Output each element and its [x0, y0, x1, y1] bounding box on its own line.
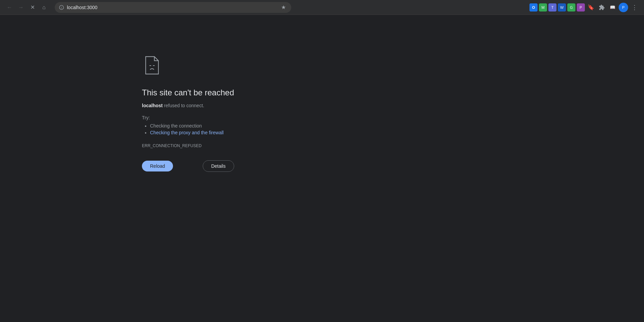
extension-outlook-icon[interactable]: O	[529, 3, 538, 12]
extension-purple-icon[interactable]: P	[577, 3, 585, 12]
action-buttons: Reload Details	[142, 160, 234, 172]
security-icon: i	[59, 5, 64, 10]
error-subtitle-rest: refused to connect.	[163, 103, 204, 108]
url-text: localhost:3000	[67, 5, 277, 10]
back-icon: ←	[7, 4, 12, 10]
home-icon: ⌂	[42, 4, 46, 10]
bookmarks-icon[interactable]: 🔖	[586, 3, 596, 12]
address-bar[interactable]: i localhost:3000 ★	[55, 2, 291, 13]
forward-icon: →	[18, 4, 24, 10]
extension-mail-icon[interactable]: M	[539, 3, 547, 12]
profile-icon[interactable]: P	[619, 3, 628, 12]
browser-toolbar: ← → ✕ ⌂ i localhost:3000 ★ O M T W G P 🔖	[0, 0, 644, 15]
list-item: Checking the proxy and the firewall	[150, 130, 234, 135]
list-item: Checking the connection	[150, 123, 234, 129]
back-button[interactable]: ←	[4, 2, 15, 13]
extension-word-icon[interactable]: W	[558, 3, 566, 12]
error-content: This site can't be reached localhost ref…	[142, 55, 234, 172]
error-page: This site can't be reached localhost ref…	[0, 15, 644, 322]
error-code: ERR_CONNECTION_REFUSED	[142, 143, 234, 148]
extensions-icon[interactable]	[597, 3, 606, 12]
reload-button[interactable]: Reload	[142, 161, 173, 171]
extension-teams-icon[interactable]: T	[548, 3, 556, 12]
suggestion-text-1: Checking the connection	[150, 123, 202, 129]
try-label: Try:	[142, 115, 234, 120]
stop-icon: ✕	[30, 4, 35, 10]
reload-stop-button[interactable]: ✕	[27, 2, 38, 13]
forward-button[interactable]: →	[16, 2, 26, 13]
chrome-menu-button[interactable]: ⋮	[629, 2, 640, 13]
bookmark-star-button[interactable]: ★	[280, 3, 287, 12]
proxy-firewall-link[interactable]: Checking the proxy and the firewall	[150, 130, 224, 135]
nav-buttons: ← → ✕ ⌂	[4, 2, 49, 13]
extension-green-icon[interactable]: G	[567, 3, 575, 12]
suggestions-list: Checking the connection Checking the pro…	[142, 123, 234, 135]
error-hostname: localhost	[142, 103, 163, 108]
toolbar-extensions: O M T W G P 🔖 📖 P ⋮	[529, 2, 640, 13]
svg-text:i: i	[61, 6, 62, 9]
home-button[interactable]: ⌂	[39, 2, 49, 13]
error-subtitle: localhost refused to connect.	[142, 103, 234, 108]
error-document-icon	[142, 55, 234, 77]
error-title: This site can't be reached	[142, 88, 234, 97]
details-button[interactable]: Details	[203, 160, 234, 172]
reading-list-icon[interactable]: 📖	[608, 3, 617, 12]
